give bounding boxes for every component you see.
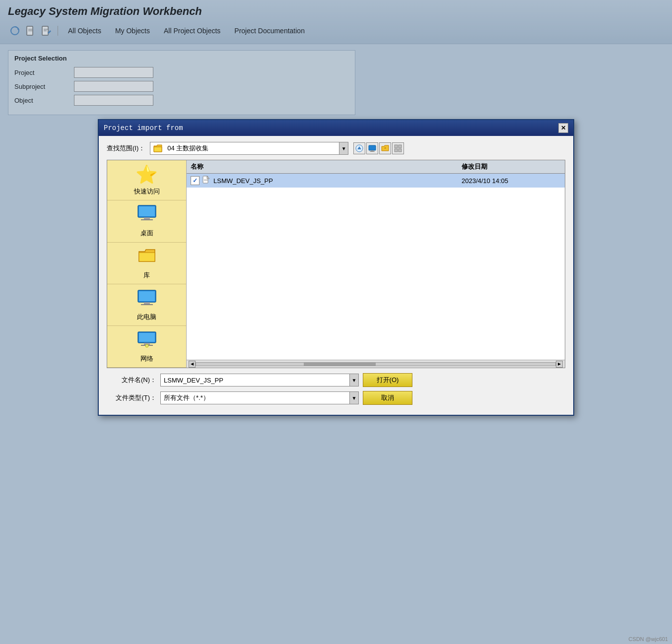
view-icon[interactable] (392, 142, 404, 154)
table-row[interactable]: ✓ LSMW_DEV_JS_PP 2023/4/10 14:05 (187, 174, 565, 188)
svg-rect-16 (399, 149, 402, 152)
search-label: 查找范围(I)： (107, 144, 145, 153)
horizontal-scrollbar[interactable]: ◀ ▶ (187, 360, 565, 368)
filename-label: 文件名(N)： (107, 376, 156, 385)
filetype-dropdown-arrow[interactable]: ▼ (349, 392, 358, 404)
dialog-project-import: Project import from ✕ 查找范围(I)： 04 主数据收集 … (98, 119, 574, 416)
svg-rect-18 (144, 217, 150, 219)
watermark: CSDN @wjc601 (628, 636, 668, 642)
file-check: ✓ (191, 176, 200, 185)
file-list-header: 名称 修改日期 (187, 160, 565, 174)
scrollbar-track[interactable] (196, 362, 556, 366)
filename-input-wrap[interactable]: LSMW_DEV_JS_PP ▼ (160, 374, 359, 386)
file-name: LSMW_DEV_JS_PP (213, 177, 462, 185)
svg-rect-14 (399, 145, 402, 148)
nav-up-icon[interactable] (353, 142, 365, 154)
search-row: 查找范围(I)： 04 主数据收集 ▼ (107, 142, 565, 155)
file-type-icon (202, 176, 210, 186)
svg-rect-11 (370, 151, 375, 152)
folder-icon (152, 143, 163, 154)
svg-rect-13 (395, 145, 398, 148)
filetype-label: 文件类型(T)： (107, 393, 156, 402)
modal-overlay: Project import from ✕ 查找范围(I)： 04 主数据收集 … (0, 0, 672, 644)
svg-rect-9 (369, 145, 376, 150)
search-combo[interactable]: 04 主数据收集 ▼ (150, 142, 348, 155)
scroll-left-arrow[interactable]: ◀ (189, 361, 196, 368)
search-combo-value: 04 主数据收集 (165, 144, 339, 153)
svg-text:+: + (384, 146, 387, 150)
file-date: 2023/4/10 14:05 (462, 177, 561, 185)
this-pc-icon (137, 288, 157, 311)
sidebar-item-network[interactable]: 网络 (107, 326, 186, 368)
dialog-title-bar: Project import from ✕ (99, 120, 573, 136)
dialog-title: Project import from (104, 124, 183, 132)
toolbar-icons-right: + (353, 142, 404, 154)
sidebar-item-this-pc[interactable]: 此电脑 (107, 284, 186, 326)
col-name: 名称 (191, 162, 462, 171)
svg-rect-19 (141, 219, 153, 220)
dialog-body: 查找范围(I)： 04 主数据收集 ▼ (99, 136, 573, 415)
col-date: 修改日期 (462, 162, 561, 171)
scroll-right-arrow[interactable]: ▶ (556, 361, 563, 368)
sidebar-item-library[interactable]: 库 (107, 243, 186, 284)
desktop-sidebar-icon (137, 204, 157, 227)
filename-row: 文件名(N)： LSMW_DEV_JS_PP ▼ 打开(O) (107, 373, 565, 387)
filename-value: LSMW_DEV_JS_PP (161, 377, 349, 384)
quick-access-label: 快速访问 (134, 187, 160, 196)
file-list-body: ✓ LSMW_DEV_JS_PP 2023/4/10 14:05 (187, 174, 565, 360)
sidebar-item-quick-access[interactable]: ⭐ 快速访问 (107, 160, 186, 200)
sidebar-item-desktop[interactable]: 桌面 (107, 200, 186, 242)
filetype-row: 文件类型(T)： 所有文件（*.*） ▼ 取消 (107, 391, 565, 405)
svg-rect-24 (139, 291, 155, 301)
svg-rect-10 (371, 150, 374, 151)
network-icon (137, 330, 157, 352)
filetype-input-wrap[interactable]: 所有文件（*.*） ▼ (160, 391, 359, 404)
quick-access-icon: ⭐ (135, 164, 158, 185)
dialog-close-button[interactable]: ✕ (558, 123, 568, 133)
file-browser: ⭐ 快速访问 桌面 (107, 160, 565, 368)
file-sidebar: ⭐ 快速访问 桌面 (107, 160, 187, 368)
scrollbar-thumb (304, 363, 376, 366)
svg-rect-28 (139, 333, 155, 342)
svg-rect-23 (141, 304, 153, 305)
svg-rect-20 (139, 206, 155, 216)
svg-point-29 (145, 344, 148, 347)
filetype-value: 所有文件（*.*） (161, 393, 349, 402)
open-button[interactable]: 打开(O) (363, 373, 412, 387)
network-label: 网络 (140, 354, 153, 363)
this-pc-label: 此电脑 (137, 313, 156, 322)
library-icon (137, 247, 157, 269)
filename-dropdown-arrow[interactable]: ▼ (349, 374, 358, 386)
search-combo-arrow[interactable]: ▼ (339, 142, 348, 154)
new-folder-icon[interactable]: + (379, 142, 391, 154)
desktop-label: 桌面 (140, 229, 153, 238)
desktop-icon[interactable] (366, 142, 378, 154)
file-list-area: 名称 修改日期 ✓ (187, 160, 565, 368)
bottom-fields: 文件名(N)： LSMW_DEV_JS_PP ▼ 打开(O) 文件类型(T)： … (107, 373, 565, 405)
svg-rect-22 (144, 302, 150, 304)
cancel-button[interactable]: 取消 (363, 391, 412, 405)
library-label: 库 (143, 271, 150, 280)
svg-rect-15 (395, 149, 398, 152)
